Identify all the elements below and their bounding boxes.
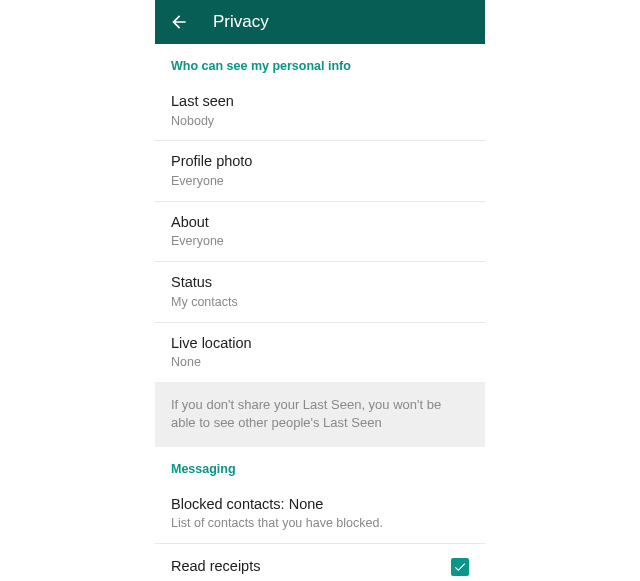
row-live-location[interactable]: Live location None [155, 323, 485, 382]
section-header-messaging: Messaging [155, 447, 485, 484]
row-read-receipts[interactable]: Read receipts [155, 544, 485, 581]
row-about[interactable]: About Everyone [155, 202, 485, 261]
page-title: Privacy [213, 12, 269, 32]
row-title: Status [171, 273, 469, 293]
section-header-personal-info: Who can see my personal info [155, 44, 485, 81]
row-title: About [171, 213, 469, 233]
checkmark-icon [453, 560, 467, 574]
read-receipts-checkbox[interactable] [451, 558, 469, 576]
back-button[interactable] [167, 10, 191, 34]
row-title: Last seen [171, 92, 469, 112]
arrow-left-icon [169, 12, 189, 32]
row-value: None [171, 354, 469, 371]
row-sub: List of contacts that you have blocked. [171, 515, 469, 532]
settings-list: Who can see my personal info Last seen N… [155, 44, 485, 581]
row-title: Live location [171, 334, 469, 354]
privacy-settings-screen: Privacy Who can see my personal info Las… [155, 0, 485, 581]
row-profile-photo[interactable]: Profile photo Everyone [155, 141, 485, 200]
row-title: Profile photo [171, 152, 469, 172]
row-title: Blocked contacts: None [171, 495, 469, 515]
row-last-seen[interactable]: Last seen Nobody [155, 81, 485, 140]
row-value: Everyone [171, 233, 469, 250]
row-value: Everyone [171, 173, 469, 190]
row-value: Nobody [171, 113, 469, 130]
appbar: Privacy [155, 0, 485, 44]
row-title: Read receipts [171, 557, 260, 577]
row-blocked-contacts[interactable]: Blocked contacts: None List of contacts … [155, 484, 485, 543]
row-status[interactable]: Status My contacts [155, 262, 485, 321]
last-seen-notice: If you don't share your Last Seen, you w… [155, 382, 485, 446]
row-value: My contacts [171, 294, 469, 311]
